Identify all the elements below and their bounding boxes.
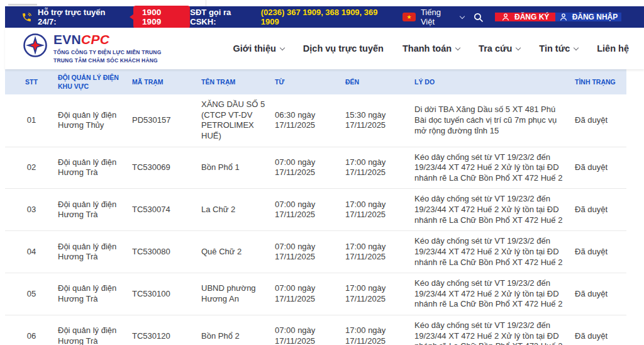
cell-ly-do: Kéo dây chống sét từ VT 19/23/2 đến 19/2… <box>414 315 575 345</box>
chevron-down-icon <box>455 45 460 50</box>
company-name-line1: TỔNG CÔNG TY ĐIỆN LỰC MIỀN TRUNG <box>53 48 162 57</box>
cell-tinh-trang status-badge: Đã duyệt <box>575 242 626 263</box>
chevron-down-icon <box>516 45 521 50</box>
register-label: ĐĂNG KÝ <box>514 13 549 21</box>
register-button[interactable]: ĐĂNG KÝ <box>495 13 555 21</box>
cell-ten-tram: Quê Chữ 2 <box>201 242 275 263</box>
cell-tinh-trang status-badge: Đã duyệt <box>575 326 626 345</box>
language-selector[interactable]: Tiếng Việt <box>421 8 464 26</box>
topbar: Hỗ trợ trực tuyến 24/7: 1900 1909 SĐT gọ… <box>5 6 644 28</box>
column-header-doi: ĐỘI QUẢN LÝ ĐIỆN KHU VỰC <box>58 71 132 93</box>
cell-doi-quan-ly: Đội quản lý điện Hương Trà <box>58 320 132 345</box>
table-row: 01 Đội quản lý điện Hương Thủy PD530157 … <box>5 94 626 147</box>
login-button[interactable]: ĐĂNG NHẬP <box>555 13 621 21</box>
evn-star-logo-icon <box>23 33 48 58</box>
nav-item-3[interactable]: Tra cứu <box>479 43 520 54</box>
table-row: 03 Đội quản lý điện Hương Trà TC530074 L… <box>5 189 626 231</box>
cell-tinh-trang status-badge: Đã duyệt <box>575 200 626 220</box>
cell-ma-tram: TC530080 <box>132 242 201 263</box>
cell-stt: 05 <box>5 284 58 305</box>
cskh-label: SĐT gọi ra CSKH: <box>190 8 257 26</box>
cell-ma-tram: PD530157 <box>132 110 201 131</box>
cell-doi-quan-ly: Đội quản lý điện Hương Trà <box>58 152 132 183</box>
nav-item-label: Dịch vụ trực tuyến <box>303 43 384 54</box>
nav-item-label: Tra cứu <box>479 43 512 54</box>
nav-item-1[interactable]: Dịch vụ trực tuyến <box>303 43 384 54</box>
support-label: Hỗ trợ trực tuyến 24/7: <box>38 8 124 26</box>
chevron-down-icon <box>460 13 465 18</box>
nav-item-label: Liên hệ <box>597 43 629 54</box>
cell-tu: 06:30 ngày 17/11/2025 <box>275 105 345 136</box>
logo[interactable]: EVNCPC TỔNG CÔNG TY ĐIỆN LỰC MIỀN TRUNG … <box>5 33 162 65</box>
cell-ten-tram: XĂNG DẦU SỐ 5 (CTCP VT-DV PETROLIMEX HUẾ… <box>201 94 275 147</box>
table-row: 04 Đội quản lý điện Hương Trà TC530080 Q… <box>5 231 626 273</box>
cell-doi-quan-ly: Đội quản lý điện Hương Trà <box>58 237 132 268</box>
cutoff-text-fragment <box>8 4 37 6</box>
logo-text: EVNCPC TỔNG CÔNG TY ĐIỆN LỰC MIỀN TRUNG … <box>53 33 162 65</box>
cell-ten-tram: Bồn Phổ 2 <box>201 326 275 345</box>
logo-evn-text: EVN <box>53 32 81 47</box>
cskh-phone-numbers: (0236) 367 1909, 368 1909, 369 1909 <box>261 8 396 26</box>
cell-ma-tram: TC530100 <box>132 284 201 305</box>
table-header-row: STT ĐỘI QUẢN LÝ ĐIỆN KHU VỰC MÃ TRẠM TÊN… <box>5 69 626 94</box>
login-label: ĐĂNG NHẬP <box>572 13 618 21</box>
column-header-ly-do: LÝ DO <box>414 75 575 89</box>
cell-tinh-trang status-badge: Đã duyệt <box>575 284 626 305</box>
column-header-den: ĐẾN <box>345 75 414 89</box>
cell-ten-tram: UBND phường Hương An <box>201 278 275 309</box>
cell-ly-do: Kéo dây chống sét từ VT 19/23/2 đến 19/2… <box>414 273 575 315</box>
nav-item-2[interactable]: Thanh toán <box>402 43 460 54</box>
person-icon <box>559 13 568 21</box>
cell-den: 15:30 ngày 17/11/2025 <box>345 105 414 136</box>
table-row: 06 Đội quản lý điện Hương Trà TC530120 B… <box>5 315 626 345</box>
cell-ly-do: Kéo dây chống sét từ VT 19/23/2 đến 19/2… <box>414 147 575 189</box>
cell-tu: 07:00 ngày 17/11/2025 <box>275 278 345 309</box>
cell-stt: 03 <box>5 200 58 220</box>
search-icon[interactable] <box>473 12 484 23</box>
table-body: 01 Đội quản lý điện Hương Thủy PD530157 … <box>5 94 626 345</box>
top-strip <box>0 0 644 6</box>
site-header: EVNCPC TỔNG CÔNG TY ĐIỆN LỰC MIỀN TRUNG … <box>5 28 644 69</box>
cell-ly-do: Kéo dây chống sét từ VT 19/23/2 đến 19/2… <box>414 189 575 230</box>
cell-ten-tram: La Chữ 2 <box>201 200 275 220</box>
page: Hỗ trợ trực tuyến 24/7: 1900 1909 SĐT gọ… <box>0 0 644 345</box>
cell-doi-quan-ly: Đội quản lý điện Hương Thủy <box>58 105 132 136</box>
cell-tu: 07:00 ngày 17/11/2025 <box>275 237 345 268</box>
cell-den: 17:00 ngày 17/11/2025 <box>345 278 414 309</box>
cell-tu: 07:00 ngày 17/11/2025 <box>275 320 345 345</box>
cell-stt: 02 <box>5 157 58 178</box>
cell-stt: 01 <box>5 110 58 131</box>
cell-den: 17:00 ngày 17/11/2025 <box>345 320 414 345</box>
chevron-down-icon <box>280 45 285 50</box>
cell-den: 17:00 ngày 17/11/2025 <box>345 195 414 225</box>
hotline-badge[interactable]: 1900 1909 <box>133 6 190 28</box>
cell-tu: 07:00 ngày 17/11/2025 <box>275 152 345 183</box>
nav-item-label: Thanh toán <box>402 43 452 54</box>
nav-item-4[interactable]: Tin tức <box>539 43 578 54</box>
cell-stt: 04 <box>5 242 58 263</box>
cell-stt: 06 <box>5 326 58 345</box>
column-header-tinh-trang: TÌNH TRẠNG <box>575 75 626 89</box>
language-label: Tiếng Việt <box>421 8 456 26</box>
person-icon <box>501 13 510 21</box>
column-header-tu: TỪ <box>275 75 345 89</box>
nav-item-label: Tin tức <box>539 43 570 54</box>
topbar-support-group: Hỗ trợ trực tuyến 24/7: 1900 1909 <box>5 6 190 28</box>
phone-icon <box>21 12 32 23</box>
cell-ma-tram: TC530074 <box>132 200 201 220</box>
topbar-right-group: SĐT gọi ra CSKH: (0236) 367 1909, 368 19… <box>190 6 644 28</box>
vietnam-flag-icon: ★ <box>402 13 416 21</box>
cell-ma-tram: TC530120 <box>132 326 201 345</box>
nav-item-5[interactable]: Liên hệ <box>597 43 629 54</box>
cell-ly-do: Di dời TBA Xăng Dầu số 5 XT 481 Phú Bài … <box>414 99 575 141</box>
cell-tu: 07:00 ngày 17/11/2025 <box>275 195 345 225</box>
main-nav: Giới thiệuDịch vụ trực tuyếnThanh toánTr… <box>233 43 644 54</box>
column-header-ten-tram: TÊN TRẠM <box>201 75 275 89</box>
nav-item-0[interactable]: Giới thiệu <box>233 43 284 54</box>
nav-item-label: Giới thiệu <box>233 43 276 54</box>
cell-tinh-trang status-badge: Đã duyệt <box>575 157 626 178</box>
cell-ten-tram: Bồn Phổ 1 <box>201 157 275 178</box>
cell-den: 17:00 ngày 17/11/2025 <box>345 237 414 268</box>
cell-ma-tram: TC530069 <box>132 157 201 178</box>
cell-den: 17:00 ngày 17/11/2025 <box>345 152 414 183</box>
